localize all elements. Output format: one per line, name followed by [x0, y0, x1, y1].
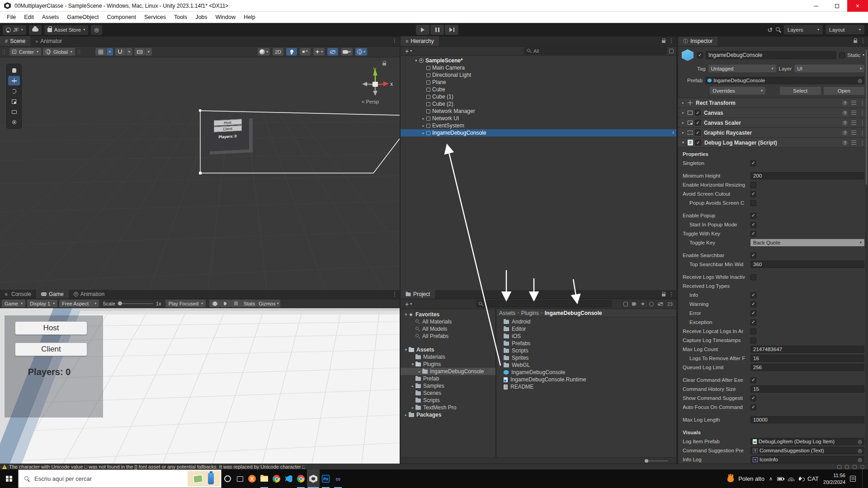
presets-icon[interactable]: [851, 121, 856, 125]
checkbox[interactable]: ✓: [750, 292, 756, 298]
tab-console[interactable]: ≡ Console: [0, 290, 36, 299]
foldout-icon[interactable]: ▸: [681, 121, 685, 125]
tab-scene[interactable]: # Scene: [0, 36, 30, 46]
create-asset-button[interactable]: +▾: [403, 300, 414, 308]
presets-icon[interactable]: [851, 111, 856, 115]
hidden-objects-toggle[interactable]: [327, 48, 338, 56]
game-audio-toggle[interactable]: [220, 300, 231, 307]
tab-game[interactable]: Game: [36, 290, 69, 299]
project-tree-all-models[interactable]: All Models: [401, 325, 495, 333]
checkbox[interactable]: [750, 274, 756, 280]
host-button[interactable]: Host: [15, 321, 87, 335]
snap-button[interactable]: ▾: [115, 48, 132, 56]
asset-store-dropdown[interactable]: Asset Store ▾: [44, 25, 88, 35]
static-checkbox[interactable]: [839, 52, 845, 58]
lock-icon[interactable]: [662, 40, 665, 43]
expand-icon[interactable]: ▸: [420, 117, 426, 121]
status-bar[interactable]: The character with Unicode value □ was n…: [0, 464, 868, 469]
preview-packages-icon[interactable]: [649, 302, 654, 306]
checkbox[interactable]: ✓: [750, 253, 756, 258]
splitter[interactable]: [400, 37, 401, 464]
client-button[interactable]: Client: [15, 343, 87, 356]
cloud-button[interactable]: [29, 25, 42, 35]
project-file-ingamedebugconsole[interactable]: IngameDebugConsole: [496, 369, 676, 376]
help-icon[interactable]: ?: [842, 120, 848, 126]
menu-window[interactable]: Window: [212, 12, 240, 23]
checkbox[interactable]: ✓: [750, 319, 756, 325]
expand-icon[interactable]: ▸: [410, 384, 415, 388]
taskbar-explorer[interactable]: [258, 469, 270, 488]
project-tree-prefab[interactable]: Prefab: [401, 375, 495, 382]
battery-icon[interactable]: [777, 477, 783, 481]
search-by-label-icon[interactable]: [632, 302, 637, 306]
expand-icon[interactable]: ▸: [417, 370, 422, 374]
draw-mode-dropdown[interactable]: ▾: [258, 48, 270, 56]
create-object-button[interactable]: +▾: [403, 47, 414, 55]
gameobject-icon[interactable]: [682, 49, 693, 61]
taskbar-cortana[interactable]: [222, 469, 234, 488]
inspector-scrollbar[interactable]: [865, 47, 868, 463]
project-tree-scenes[interactable]: Scenes: [401, 389, 495, 397]
close-button[interactable]: ×: [847, 0, 868, 12]
lighting-toggle[interactable]: [286, 48, 297, 56]
component-canvas[interactable]: ▸✓Canvas?⋮: [678, 108, 868, 118]
panel-menu-icon[interactable]: ⋮: [669, 38, 674, 43]
thumbnail-size-slider[interactable]: [645, 460, 668, 461]
lock-icon[interactable]: [662, 294, 665, 296]
help-icon[interactable]: ?: [842, 140, 848, 145]
wifi-icon[interactable]: [788, 477, 794, 481]
foldout-icon[interactable]: ▼: [681, 141, 685, 145]
taskbar-task-view[interactable]: [234, 469, 246, 488]
hierarchy-item-ingamedebugconsole[interactable]: ▸IngameDebugConsole›: [401, 129, 676, 136]
dropdown[interactable]: Back Quote▾: [750, 239, 864, 246]
text-input[interactable]: 16: [750, 355, 864, 362]
keyboard-language[interactable]: CAT: [807, 475, 819, 482]
debugger-button[interactable]: [209, 300, 220, 307]
game-viewport[interactable]: Host Client Players: 0: [0, 308, 400, 464]
project-file-prefabs[interactable]: Prefabs: [496, 340, 676, 347]
panel-menu-icon[interactable]: ⋮: [392, 291, 397, 297]
move-tool[interactable]: [8, 76, 20, 85]
project-tree-packages[interactable]: ▸Packages: [401, 411, 495, 418]
camera-dropdown[interactable]: ▾: [341, 48, 353, 56]
hidden-count-eye-icon[interactable]: [658, 302, 663, 306]
taskbar-search[interactable]: Escriu aquí per cercar: [18, 469, 222, 488]
project-tree-assets[interactable]: ▼Assets: [401, 346, 495, 353]
select-button[interactable]: Select: [780, 87, 821, 95]
menu-edit[interactable]: Edit: [20, 12, 38, 23]
object-picker-icon[interactable]: ◎: [858, 439, 862, 445]
splitter[interactable]: [676, 37, 678, 464]
scale-slider-knob[interactable]: [118, 301, 122, 305]
presets-icon[interactable]: [851, 131, 856, 135]
help-icon[interactable]: ?: [842, 110, 848, 116]
gizmos-dropdown[interactable]: ▾: [355, 48, 367, 56]
project-file-scripts[interactable]: Scripts: [496, 347, 676, 354]
hierarchy-item-network-manager[interactable]: Network Manager: [401, 108, 676, 115]
component-menu-icon[interactable]: ⋮: [860, 120, 865, 126]
expand-icon[interactable]: ▸: [410, 406, 415, 410]
undo-history-icon[interactable]: ↺: [767, 27, 773, 33]
menu-help[interactable]: Help: [240, 12, 259, 23]
object-field[interactable]: TCommandSuggestion (Text)◎: [750, 447, 864, 454]
project-tree-plugins[interactable]: ▼Plugins: [401, 361, 495, 368]
start-button[interactable]: [0, 469, 18, 488]
rotate-tool[interactable]: [8, 86, 20, 96]
expand-icon[interactable]: ▸: [420, 124, 426, 128]
audio-toggle[interactable]: [300, 48, 311, 56]
hierarchy-item-cube-1-[interactable]: Cube (1): [401, 93, 676, 100]
lock-icon[interactable]: [382, 63, 386, 66]
menu-component[interactable]: Component: [103, 12, 140, 23]
minimize-button[interactable]: [806, 0, 826, 12]
tab-project[interactable]: Project: [401, 290, 435, 299]
project-file-sprites[interactable]: Sprites: [496, 354, 676, 361]
taskbar-xampp[interactable]: X: [246, 469, 258, 488]
search-icon[interactable]: [775, 27, 781, 33]
checkbox[interactable]: ✓: [750, 404, 756, 410]
taskbar-unity[interactable]: [307, 469, 320, 488]
pivot-dropdown[interactable]: Center▾: [9, 48, 41, 56]
prefab-object-field[interactable]: IngameDebugConsole ◎: [705, 77, 864, 84]
layer-dropdown[interactable]: UI▾: [794, 65, 864, 72]
project-tree-all-materials[interactable]: All Materials: [401, 318, 495, 325]
action-center-icon[interactable]: [850, 476, 856, 482]
component-enabled-checkbox[interactable]: ✓: [695, 140, 701, 145]
